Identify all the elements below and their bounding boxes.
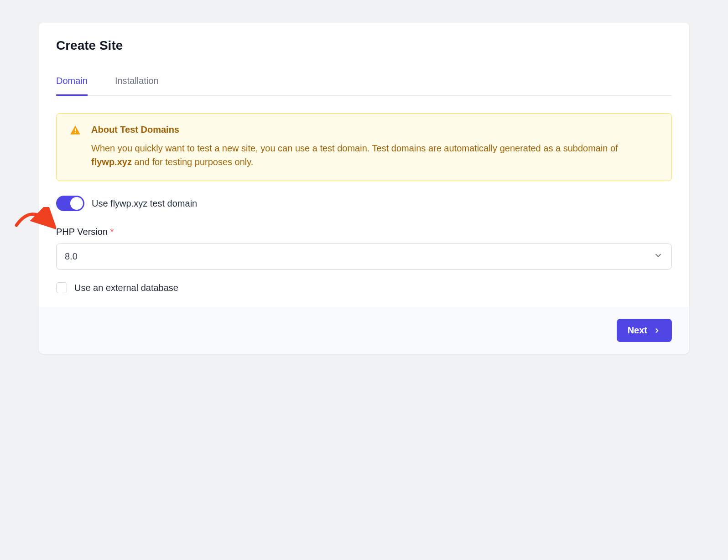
- required-indicator: *: [110, 227, 114, 237]
- php-version-label: PHP Version *: [56, 227, 672, 237]
- next-button-label: Next: [628, 325, 647, 336]
- php-version-select[interactable]: 8.0: [56, 244, 672, 270]
- card-footer: Next: [39, 307, 689, 354]
- chevron-down-icon: [653, 250, 663, 263]
- external-db-label: Use an external database: [74, 283, 178, 293]
- test-domain-toggle-label: Use flywp.xyz test domain: [92, 198, 197, 209]
- tab-domain[interactable]: Domain: [56, 76, 88, 96]
- svg-rect-1: [75, 132, 76, 133]
- php-version-label-text: PHP Version: [56, 227, 108, 237]
- toggle-thumb: [70, 197, 83, 210]
- test-domain-alert: About Test Domains When you quickly want…: [56, 113, 672, 181]
- test-domain-toggle[interactable]: [56, 196, 84, 211]
- alert-text-bold: flywp.xyz: [91, 157, 132, 167]
- alert-title: About Test Domains: [91, 124, 659, 135]
- card-body: Create Site Domain Installation About Te…: [39, 23, 689, 307]
- external-db-checkbox[interactable]: [56, 282, 67, 293]
- next-button[interactable]: Next: [617, 319, 672, 342]
- warning-icon: [69, 124, 81, 136]
- alert-text-before: When you quickly want to test a new site…: [91, 143, 618, 153]
- php-version-value: 8.0: [65, 251, 78, 262]
- tabs: Domain Installation: [56, 76, 672, 96]
- external-db-row: Use an external database: [56, 282, 672, 293]
- svg-rect-0: [75, 129, 76, 132]
- tab-installation[interactable]: Installation: [115, 76, 159, 96]
- test-domain-toggle-row: Use flywp.xyz test domain: [56, 196, 672, 211]
- create-site-card: Create Site Domain Installation About Te…: [39, 23, 689, 354]
- chevron-right-icon: [653, 327, 661, 335]
- alert-text: When you quickly want to test a new site…: [91, 141, 659, 169]
- alert-content: About Test Domains When you quickly want…: [91, 124, 659, 169]
- page-title: Create Site: [56, 38, 672, 53]
- alert-text-after: and for testing purposes only.: [132, 157, 253, 167]
